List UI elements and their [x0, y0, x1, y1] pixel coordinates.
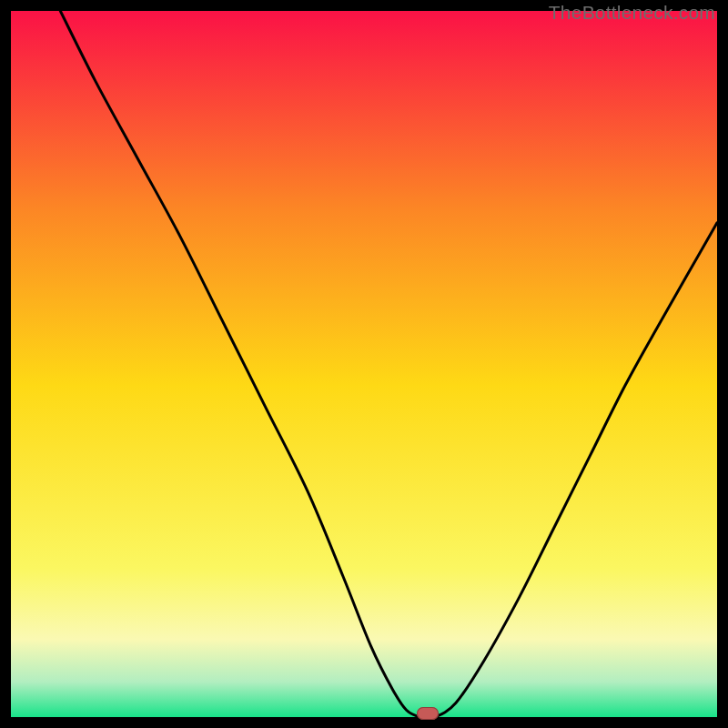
- chart-plot: [11, 11, 717, 717]
- chart-svg: [11, 11, 717, 717]
- watermark-text: TheBottleneck.com: [549, 2, 715, 24]
- gradient-background: [11, 11, 717, 717]
- optimal-marker: [417, 707, 439, 720]
